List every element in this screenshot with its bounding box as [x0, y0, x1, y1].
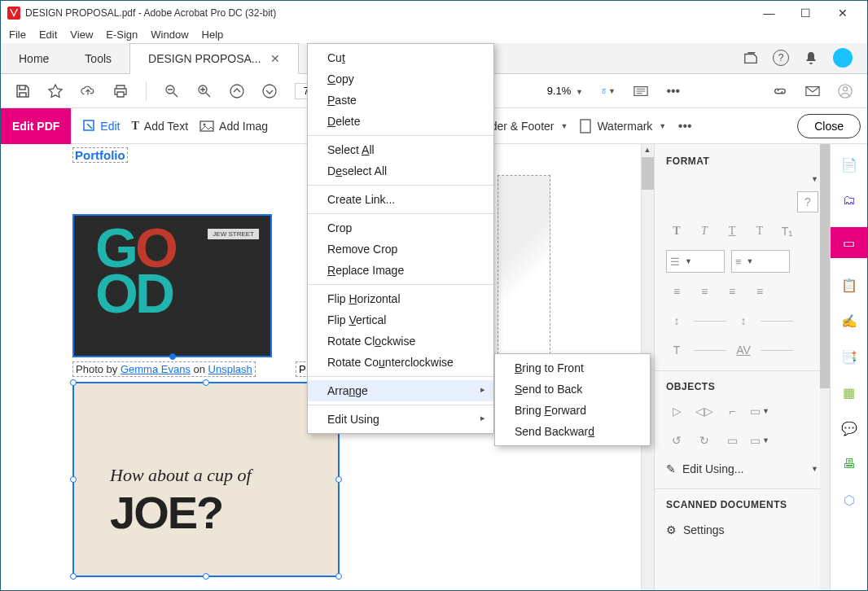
- menu-view[interactable]: View: [70, 28, 93, 41]
- help-format-icon[interactable]: ?: [797, 191, 818, 212]
- sub-bring-forward[interactable]: Bring Forward: [495, 400, 650, 421]
- rail-sign-icon[interactable]: ✍: [840, 312, 858, 330]
- arrange-icon[interactable]: ▭▼: [749, 430, 770, 451]
- horizontal-scale-icon[interactable]: T: [666, 339, 687, 361]
- image-caption[interactable]: Photo by Gemma Evans on Unsplash: [72, 361, 256, 377]
- avatar[interactable]: [833, 48, 853, 68]
- zoom-value[interactable]: 9.1% ▼: [547, 85, 583, 97]
- tab-tools[interactable]: Tools: [67, 44, 129, 73]
- bold-icon[interactable]: T: [666, 221, 687, 242]
- ctx-cut[interactable]: Cut: [308, 47, 493, 68]
- paragraph-spacing-icon[interactable]: ↕: [733, 310, 754, 331]
- ctx-arrange[interactable]: Arrange: [308, 380, 493, 401]
- subscript-icon[interactable]: T₁: [777, 221, 798, 242]
- rotate-ccw-icon[interactable]: ↺: [666, 430, 687, 451]
- link-author[interactable]: Gemma Evans: [121, 363, 191, 375]
- selection-handle[interactable]: [203, 573, 209, 580]
- rail-organize-icon[interactable]: 📑: [840, 348, 858, 366]
- align-left-icon[interactable]: ≡: [666, 281, 687, 302]
- sub-bring-front[interactable]: Bring to Front: [495, 357, 650, 379]
- read-mode-icon[interactable]: [633, 84, 648, 98]
- replace-image-icon[interactable]: ▭: [721, 430, 743, 451]
- image-papers[interactable]: [498, 175, 550, 354]
- selection-handle[interactable]: [70, 476, 77, 483]
- align-right-icon[interactable]: ≡: [721, 281, 743, 302]
- close-button[interactable]: Close: [797, 114, 861, 138]
- selection-handle[interactable]: [335, 573, 342, 580]
- selection-handle[interactable]: [70, 573, 77, 580]
- italic-icon[interactable]: T: [694, 221, 715, 242]
- minimize-button[interactable]: —: [751, 1, 787, 25]
- ctx-deselect-all[interactable]: Deselect All: [308, 160, 493, 182]
- profile-icon[interactable]: [838, 84, 853, 98]
- crop-icon[interactable]: ⌐: [721, 401, 743, 422]
- ctx-flip-horizontal[interactable]: Flip Horizontal: [308, 288, 493, 309]
- tab-document[interactable]: DESIGN PROPOSA... ✕: [129, 43, 299, 74]
- bell-icon[interactable]: [804, 50, 818, 65]
- selection-handle[interactable]: [70, 379, 77, 386]
- menu-esign[interactable]: E-Sign: [106, 28, 138, 41]
- rail-comment-icon[interactable]: 💬: [840, 419, 858, 437]
- menu-window[interactable]: Window: [151, 28, 188, 41]
- image-good[interactable]: JEW STREET GOOD: [72, 214, 272, 357]
- menu-file[interactable]: File: [9, 28, 26, 41]
- edit-tool-link[interactable]: Edit: [82, 119, 120, 134]
- more-tools-icon[interactable]: •••: [666, 84, 681, 98]
- edit-using-row[interactable]: ✎ Edit Using... ▼: [666, 459, 818, 479]
- tab-home[interactable]: Home: [1, 44, 67, 73]
- rail-export-icon[interactable]: 📋: [840, 276, 858, 294]
- ctx-delete[interactable]: Delete: [308, 111, 493, 132]
- ctx-remove-crop[interactable]: Remove Crop: [308, 239, 493, 260]
- page-down-icon[interactable]: [262, 84, 277, 98]
- selection-handle[interactable]: [335, 476, 342, 483]
- rotate-cw-icon[interactable]: ↻: [694, 430, 715, 451]
- ctx-flip-vertical[interactable]: Flip Vertical: [308, 309, 493, 331]
- ctx-crop[interactable]: Crop: [308, 217, 493, 239]
- sub-send-back[interactable]: Send to Back: [495, 379, 650, 400]
- add-text-tool[interactable]: T Add Text: [131, 120, 188, 133]
- portfolio-heading[interactable]: Portfolio: [72, 147, 128, 163]
- image-joe[interactable]: How about a cup of JOE?: [72, 382, 340, 577]
- align-center-icon[interactable]: ≡: [694, 281, 715, 302]
- print-icon[interactable]: [113, 84, 128, 98]
- rail-combine-icon[interactable]: 🗂: [840, 191, 858, 209]
- ctx-select-all[interactable]: Select All: [308, 139, 493, 160]
- tab-close-icon[interactable]: ✕: [270, 52, 280, 65]
- selection-handle[interactable]: [169, 353, 176, 360]
- page-up-icon[interactable]: [230, 84, 244, 98]
- rail-scan-icon[interactable]: ▦: [840, 383, 858, 401]
- flip-horizontal-icon[interactable]: ◁▷: [694, 401, 715, 422]
- link-icon[interactable]: [773, 84, 787, 98]
- ctx-paste[interactable]: Paste: [308, 90, 493, 111]
- menu-help[interactable]: Help: [202, 28, 224, 41]
- cloud-upload-icon[interactable]: [81, 84, 95, 98]
- selection-handle[interactable]: [203, 379, 209, 386]
- line-spacing-icon[interactable]: ↕: [666, 310, 687, 331]
- scroll-thumb[interactable]: [642, 157, 654, 190]
- rail-edit-pdf-icon[interactable]: ▭: [831, 227, 868, 258]
- settings-row[interactable]: ⚙ Settings: [666, 519, 818, 541]
- add-image-tool[interactable]: Add Imag: [199, 120, 268, 133]
- save-icon[interactable]: [15, 84, 30, 98]
- ctx-edit-using[interactable]: Edit Using: [308, 409, 493, 430]
- format-scrollbar[interactable]: [820, 144, 830, 590]
- menu-edit[interactable]: Edit: [39, 28, 57, 41]
- rail-print-icon[interactable]: 🖶: [840, 455, 858, 473]
- ctx-rotate-ccw[interactable]: Rotate Counterclockwise: [308, 352, 493, 373]
- text-color-icon[interactable]: T: [749, 221, 770, 242]
- ctx-copy[interactable]: Copy: [308, 68, 493, 90]
- number-list-dropdown[interactable]: ≡ ▼: [731, 250, 790, 273]
- char-spacing-icon[interactable]: AV: [733, 339, 754, 361]
- share-icon[interactable]: [743, 50, 758, 65]
- help-icon[interactable]: ?: [773, 50, 789, 66]
- ctx-create-link[interactable]: Create Link...: [308, 189, 493, 210]
- bullet-list-dropdown[interactable]: ☰ ▼: [666, 250, 725, 273]
- underline-icon[interactable]: T: [721, 221, 743, 242]
- email-icon[interactable]: [805, 84, 820, 98]
- maximize-button[interactable]: ☐: [787, 1, 824, 25]
- zoom-out-icon[interactable]: [164, 84, 179, 98]
- ctx-rotate-cw[interactable]: Rotate Clockwise: [308, 331, 493, 352]
- zoom-in-icon[interactable]: [197, 84, 212, 98]
- dropdown-icon[interactable]: ▼: [811, 175, 818, 183]
- sub-send-backward[interactable]: Send Backward: [495, 421, 650, 442]
